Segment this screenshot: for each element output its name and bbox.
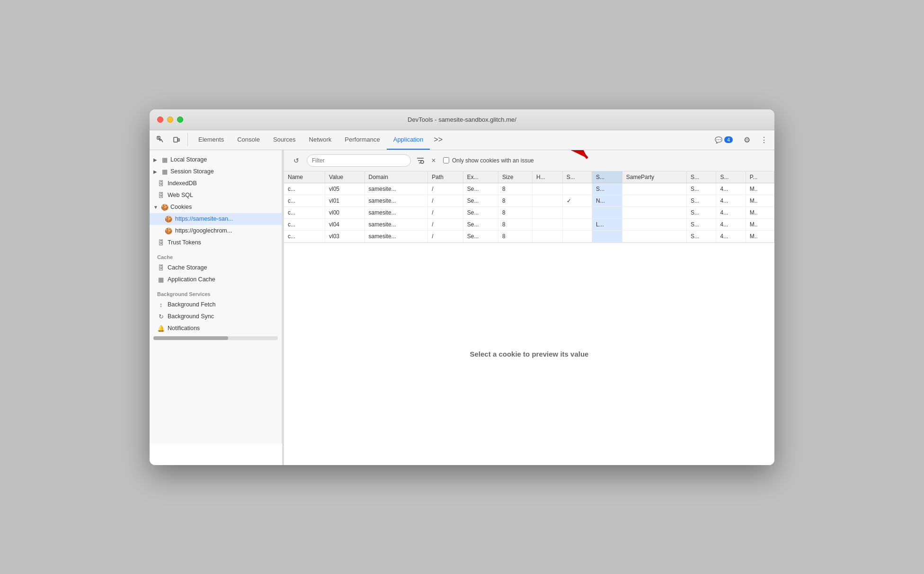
only-show-issues-checkbox[interactable] xyxy=(443,157,449,163)
tab-network[interactable]: Network xyxy=(302,130,338,150)
clear-filter-icon[interactable]: ✕ xyxy=(428,155,439,166)
col-expires[interactable]: Ex... xyxy=(463,171,498,183)
settings-icon[interactable]: ⚙ xyxy=(740,133,754,146)
cell-1-3: / xyxy=(428,195,463,206)
table-row[interactable]: c...vl00samesite.../Se...8S...4...M.. xyxy=(284,206,774,218)
close-button[interactable] xyxy=(157,117,163,123)
col-path[interactable]: Path xyxy=(428,171,463,183)
cell-4-8 xyxy=(592,230,622,242)
col-p[interactable]: P... xyxy=(746,171,774,183)
cell-4-6 xyxy=(533,230,563,242)
inspect-icon[interactable] xyxy=(153,133,168,146)
cell-4-7 xyxy=(562,230,592,242)
sidebar-scrollbar[interactable] xyxy=(153,336,278,340)
tabs-list: Elements Console Sources Network Perform… xyxy=(192,130,711,150)
col-samesite[interactable]: S... xyxy=(592,171,622,183)
cell-1-1: vl01 xyxy=(325,195,365,206)
cell-2-11: 4... xyxy=(716,206,746,218)
cell-4-2: samesite... xyxy=(364,230,428,242)
col-name[interactable]: Name xyxy=(284,171,325,183)
sidebar-item-samesite-cookie[interactable]: 🍪 https://samesite-san... xyxy=(150,213,282,225)
cell-1-9 xyxy=(622,195,686,206)
issues-badge-button[interactable]: 💬 4 xyxy=(711,135,737,145)
cookies-toolbar: ↺ ✕ Only show cookies wit xyxy=(284,150,774,171)
googlechrome-cookie-icon: 🍪 xyxy=(165,227,172,234)
device-icon[interactable] xyxy=(169,133,184,146)
tab-console[interactable]: Console xyxy=(231,130,267,150)
filter-settings-icon[interactable] xyxy=(415,155,426,166)
tab-elements[interactable]: Elements xyxy=(192,130,231,150)
cell-0-9 xyxy=(622,183,686,195)
cell-4-4: Se... xyxy=(463,230,498,242)
cell-3-12: M.. xyxy=(746,218,774,230)
cell-4-1: vl03 xyxy=(325,230,365,242)
samesite-cookie-icon: 🍪 xyxy=(165,215,172,223)
tabs-right: 💬 4 ⚙ ⋮ xyxy=(711,133,771,146)
tab-overflow[interactable]: >> xyxy=(430,130,446,150)
tab-sources[interactable]: Sources xyxy=(267,130,302,150)
col-value[interactable]: Value xyxy=(325,171,365,183)
col-s1[interactable]: S... xyxy=(686,171,716,183)
sidebar-scrollbar-thumb xyxy=(153,336,228,340)
cell-0-7 xyxy=(562,183,592,195)
col-sameparty[interactable]: SameParty xyxy=(622,171,686,183)
bg-sync-icon: ↻ xyxy=(157,313,165,320)
cell-2-8 xyxy=(592,206,622,218)
only-show-issues: Only show cookies with an issue xyxy=(443,157,534,164)
cache-storage-icon: 🗄 xyxy=(157,264,165,271)
sidebar-item-googlechrome-cookie[interactable]: 🍪 https://googlechrom... xyxy=(150,225,282,237)
cell-0-3: / xyxy=(428,183,463,195)
websql-label: Web SQL xyxy=(168,192,193,198)
sidebar-item-local-storage[interactable]: ▶ ▦ Local Storage xyxy=(150,154,282,166)
col-domain[interactable]: Domain xyxy=(364,171,428,183)
cell-4-10: S... xyxy=(686,230,716,242)
sidebar-item-indexeddb[interactable]: 🗄 IndexedDB xyxy=(150,178,282,189)
cell-2-3: / xyxy=(428,206,463,218)
cell-0-2: samesite... xyxy=(364,183,428,195)
col-secure[interactable]: S... xyxy=(562,171,592,183)
tab-performance[interactable]: Performance xyxy=(338,130,386,150)
table-row[interactable]: c...vl03samesite.../Se...8S...4...M.. xyxy=(284,230,774,242)
chat-icon: 💬 xyxy=(715,136,722,144)
cell-2-6 xyxy=(533,206,563,218)
filter-input[interactable] xyxy=(307,154,411,167)
table-row[interactable]: c...vl01samesite.../Se...8✓N...S...4...M… xyxy=(284,195,774,206)
minimize-button[interactable] xyxy=(167,117,173,123)
websql-icon: 🗄 xyxy=(157,192,165,199)
cell-3-10: S... xyxy=(686,218,716,230)
col-s2[interactable]: S... xyxy=(716,171,746,183)
sidebar-item-notifications[interactable]: 🔔 Notifications xyxy=(150,323,282,334)
maximize-button[interactable] xyxy=(177,117,183,123)
cell-0-11: 4... xyxy=(716,183,746,195)
cell-4-0: c... xyxy=(284,230,325,242)
panel-content: Name Value Domain Path Ex... Size H... S… xyxy=(284,171,774,465)
cell-1-11: 4... xyxy=(716,195,746,206)
tab-icons xyxy=(153,133,188,146)
col-size[interactable]: Size xyxy=(498,171,533,183)
cookie-preview: Select a cookie to preview its value xyxy=(284,243,774,465)
sidebar-item-cache-storage[interactable]: 🗄 Cache Storage xyxy=(150,262,282,274)
sidebar-item-cookies[interactable]: ▼ 🍪 Cookies xyxy=(150,201,282,213)
svg-point-6 xyxy=(421,161,424,163)
table-row[interactable]: c...vl04samesite.../Se...8L...S...4...M.… xyxy=(284,218,774,230)
cell-2-12: M.. xyxy=(746,206,774,218)
tab-application[interactable]: Application xyxy=(387,130,430,150)
cookie-preview-text: Select a cookie to preview its value xyxy=(470,350,589,358)
sidebar-item-bg-sync[interactable]: ↻ Background Sync xyxy=(150,311,282,323)
chevron-down-icon: ▼ xyxy=(153,205,159,210)
svg-rect-1 xyxy=(174,137,178,142)
sidebar-item-websql[interactable]: 🗄 Web SQL xyxy=(150,189,282,201)
cell-1-2: samesite... xyxy=(364,195,428,206)
cell-0-5: 8 xyxy=(498,183,533,195)
sidebar-item-session-storage[interactable]: ▶ ▦ Session Storage xyxy=(150,166,282,178)
cell-1-7: ✓ xyxy=(562,195,592,206)
more-icon[interactable]: ⋮ xyxy=(757,133,771,146)
cell-3-3: / xyxy=(428,218,463,230)
table-header-row: Name Value Domain Path Ex... Size H... S… xyxy=(284,171,774,183)
sidebar-item-bg-fetch[interactable]: ↕ Background Fetch xyxy=(150,299,282,311)
refresh-button[interactable]: ↺ xyxy=(290,154,303,167)
table-row[interactable]: c...vl05samesite.../Se...8S...S...4...M.… xyxy=(284,183,774,195)
sidebar-item-trust-tokens[interactable]: 🗄 Trust Tokens xyxy=(150,237,282,249)
col-httponly[interactable]: H... xyxy=(533,171,563,183)
sidebar-item-app-cache[interactable]: ▦ Application Cache xyxy=(150,274,282,286)
